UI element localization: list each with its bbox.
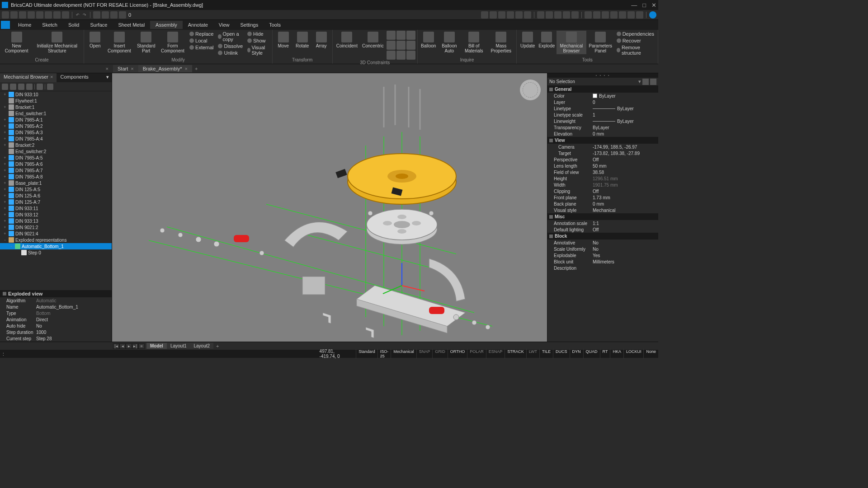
ribbon-tab[interactable]: Sketch [37,21,63,29]
property-row[interactable]: Lens length50 mm [547,163,658,169]
undo-icon[interactable]: ↶ [76,13,80,17]
constraint-icon[interactable] [406,51,415,60]
qat-icon[interactable] [585,11,592,19]
status-toggle[interactable]: None [643,349,658,359]
open-copy-button[interactable]: Open a copy [216,31,245,42]
property-row[interactable]: AlgorithmAutomatic [0,297,112,304]
open-button[interactable]: Open [86,31,104,49]
qat-icon[interactable] [515,11,523,19]
status-toggle[interactable]: LWT [526,349,539,359]
property-row[interactable]: AnimationDirect [0,316,112,323]
tree-row[interactable]: +DIN 7985-A:7 [0,167,112,174]
coincident-button[interactable]: Coincident [335,31,359,49]
external-button[interactable]: External [188,44,215,51]
status-toggle[interactable]: GRID [432,349,448,359]
filter-icon[interactable] [642,79,649,85]
qat-icon[interactable] [53,11,61,19]
constraint-icon[interactable] [396,31,406,40]
ribbon-tab[interactable]: Assembly [150,21,183,29]
tree-row[interactable]: +DIN 125-A:7 [0,199,112,205]
tree-row[interactable]: +DIN 9021:4 [0,230,112,237]
help-icon[interactable] [649,11,656,19]
tree-row[interactable]: Flywheel:1 [0,98,112,104]
property-row[interactable]: Step duration1000 [0,329,112,335]
form-component-button[interactable]: Form Component [159,31,187,54]
remove-structure-button[interactable]: Remove structure [615,44,656,56]
property-row[interactable]: Front plane1.73 mm [547,194,658,201]
property-row[interactable]: Block unitMillimeters [547,258,658,265]
ribbon-tab[interactable]: Solid [63,21,85,29]
constraint-icon[interactable] [396,41,406,50]
tree-row[interactable]: +DIN 933:13 [0,218,112,224]
status-toggle[interactable]: LOCKUI [623,349,644,359]
layout-tab-add[interactable]: + [213,343,222,349]
property-row[interactable]: Default lightingOff [547,226,658,233]
qat-icon[interactable] [45,11,52,19]
property-row[interactable]: Camera-174.99, 188.5, -26.97 [547,144,658,150]
layout-nav-last[interactable]: ▸| [132,343,138,349]
property-row[interactable]: Back plane0 mm [547,201,658,207]
tree-tool-icon[interactable] [2,84,8,90]
local-button[interactable]: Local [188,38,215,44]
qat-icon[interactable] [2,11,9,19]
qat-icon[interactable] [490,11,497,19]
qat-icon[interactable] [593,11,600,19]
tree-row[interactable]: +Bracket:1 [0,104,112,110]
visual-style-button[interactable]: Visual Style [245,44,270,56]
tree-row[interactable]: +DIN 7985-A:6 [0,161,112,167]
property-row[interactable]: Auto hideNo [0,323,112,329]
property-row[interactable]: Elevation0 mm [547,131,658,137]
qat-icon[interactable] [36,11,43,19]
constraint-icon[interactable] [387,31,396,40]
property-row[interactable]: ClippingOff [547,188,658,194]
layout-tab[interactable]: Layout1 [167,343,190,349]
qat-icon[interactable] [610,11,618,19]
panel-tab-dropdown[interactable]: ▾ [104,73,112,82]
property-row[interactable]: Target-173.82, 189.38, -27.89 [547,150,658,156]
status-toggle[interactable]: QUAD [583,349,600,359]
array-button[interactable]: Array [312,31,330,49]
property-row[interactable]: AnnotativeNo [547,239,658,246]
qat-icon[interactable] [554,11,561,19]
tree-row[interactable]: +DIN 933:12 [0,211,112,218]
property-row[interactable]: Linetype scale1 [547,112,658,118]
component-tree[interactable]: +DIN 933:10Flywheel:1+Bracket:1End_switc… [0,91,112,290]
qat-icon[interactable] [481,11,488,19]
property-group-header[interactable]: Misc [547,213,658,220]
tree-row[interactable]: -Automatic_Bottom_1 [0,243,112,249]
dissolve-button[interactable]: Dissolve [216,43,245,49]
status-toggle[interactable]: HKA [610,349,623,359]
tree-row[interactable]: +DIN 933:10 [0,91,112,98]
status-toggle[interactable]: SNAP [416,349,433,359]
unlink-button[interactable]: Unlink [216,50,245,56]
constraint-icon[interactable] [396,51,406,60]
layout-tab[interactable]: Layout2 [190,343,213,349]
update-button[interactable]: Update [519,31,537,49]
standard-part-button[interactable]: Standard Part [135,31,158,54]
property-row[interactable]: LineweightByLayer [547,118,658,124]
tree-tool-icon[interactable] [26,84,33,90]
qat-icon[interactable] [10,11,18,19]
property-row[interactable]: Width1901.75 mm [547,182,658,188]
balloon-button[interactable]: Balloon [420,31,438,49]
insert-component-button[interactable]: Insert Component [105,31,133,54]
rotate-button[interactable]: Rotate [293,31,311,49]
tree-row[interactable]: +DIN 9021:2 [0,224,112,230]
qat-icon[interactable] [102,11,109,19]
move-button[interactable]: Move [274,31,292,49]
tree-row[interactable]: Step 0 [0,249,112,256]
tree-row[interactable]: +DIN 7985-A:1 [0,117,112,123]
tree-tool-icon[interactable] [18,84,24,90]
qat-icon[interactable] [498,11,505,19]
qat-icon[interactable] [602,11,609,19]
mass-props-button[interactable]: Mass Properties [487,31,514,54]
qat-icon[interactable] [571,11,579,19]
qat-icon[interactable] [636,11,643,19]
maximize-button[interactable]: □ [642,2,646,9]
tree-search-icon[interactable] [47,84,53,90]
property-row[interactable]: Current stepStep 28 [0,335,112,342]
tree-tool-icon[interactable] [37,84,43,90]
redo-icon[interactable]: ↷ [83,13,86,17]
status-toggle[interactable]: STRACK [505,349,526,359]
ribbon-tab[interactable]: Home [13,21,37,29]
